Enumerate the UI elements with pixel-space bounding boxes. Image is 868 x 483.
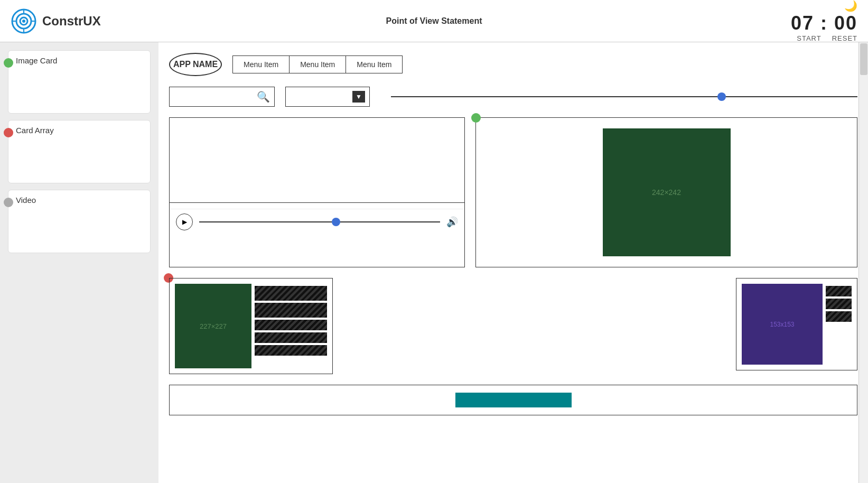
- nav-menu: Menu Item Menu Item Menu Item: [232, 55, 403, 73]
- app-name-badge: APP NAME: [169, 53, 222, 76]
- text-stripe-r2: [826, 299, 852, 309]
- video-progress-slider[interactable]: [199, 221, 440, 222]
- dropdown-arrow-icon: ▼: [352, 91, 365, 103]
- text-stripe-3: [255, 320, 327, 330]
- green-dot-canvas: [471, 113, 481, 123]
- controls-row: 🔍 ▼: [169, 87, 857, 107]
- nav-menu-item-3[interactable]: Menu Item: [346, 56, 402, 73]
- sidebar-dot-video: [4, 198, 13, 207]
- text-stripe-5: [255, 345, 327, 356]
- search-icon: 🔍: [257, 90, 270, 103]
- image-card-large: 242×242: [475, 117, 857, 267]
- text-stripe-r3: [826, 311, 852, 322]
- text-stripe-2: [255, 303, 327, 318]
- text-stripe-r1: [826, 286, 852, 296]
- sidebar-item-card-array[interactable]: Card Array: [8, 120, 151, 183]
- video-screen: [170, 118, 464, 202]
- video-area: ▶ 🔊 242×242: [169, 117, 857, 267]
- card-array-medium-right: 153x153: [736, 278, 857, 370]
- header: ConstrUX Point of View Statement 🌙 07 : …: [0, 0, 868, 42]
- image-size-label: 242×242: [652, 188, 681, 197]
- scrollbar[interactable]: [858, 42, 868, 483]
- card-image-purple: 153x153: [742, 284, 823, 365]
- scrollbar-thumb[interactable]: [860, 43, 867, 75]
- volume-icon[interactable]: 🔊: [446, 216, 458, 228]
- start-button[interactable]: START: [797, 34, 821, 42]
- sidebar-item-video[interactable]: Video: [8, 190, 151, 253]
- app-title: ConstrUX: [42, 14, 101, 29]
- sidebar-item-image-card[interactable]: Image Card: [8, 50, 151, 114]
- play-button[interactable]: ▶: [176, 213, 193, 230]
- timer-display: 07 : 00: [791, 12, 857, 34]
- app-nav-bar: APP NAME Menu Item Menu Item Menu Item: [169, 53, 857, 76]
- canvas-inner: APP NAME Menu Item Menu Item Menu Item 🔍…: [158, 42, 868, 483]
- reset-button[interactable]: RESET: [832, 34, 857, 42]
- video-timeline: [170, 202, 464, 209]
- card-size-label-medium: 153x153: [770, 321, 794, 328]
- timer-icon: 🌙: [844, 0, 857, 12]
- sidebar-label-video: Video: [16, 196, 36, 205]
- card-image-green: 227×227: [175, 284, 251, 368]
- slider-track: [391, 96, 857, 97]
- card-size-label-small: 227×227: [200, 322, 227, 330]
- card-array-small-left: 227×227: [169, 278, 333, 374]
- svg-point-3: [22, 20, 25, 23]
- card-array-row: 227×227 153x153: [169, 278, 857, 374]
- image-placeholder-large: 242×242: [603, 128, 731, 256]
- timer-area: 🌙 07 : 00 START RESET: [791, 0, 857, 42]
- sidebar-dot-image-card: [4, 58, 13, 68]
- video-slider-thumb[interactable]: [332, 218, 340, 226]
- bottom-bar: [169, 385, 857, 415]
- text-stripe-1: [255, 286, 327, 301]
- video-player: ▶ 🔊: [169, 117, 465, 267]
- sidebar-label-image-card: Image Card: [16, 56, 57, 65]
- sidebar: Image Card Card Array Video: [0, 42, 158, 483]
- sidebar-dot-card-array: [4, 128, 13, 137]
- nav-menu-item-1[interactable]: Menu Item: [233, 56, 290, 73]
- nav-menu-item-2[interactable]: Menu Item: [290, 56, 346, 73]
- logo-icon: [11, 8, 37, 34]
- text-stripe-4: [255, 332, 327, 343]
- timer-controls: START RESET: [797, 34, 857, 42]
- video-controls: ▶ 🔊: [170, 209, 464, 235]
- dropdown-box[interactable]: ▼: [285, 87, 370, 107]
- main-canvas: APP NAME Menu Item Menu Item Menu Item 🔍…: [158, 42, 868, 483]
- top-slider[interactable]: [391, 96, 857, 97]
- slider-thumb[interactable]: [717, 92, 726, 101]
- card-text-content-right: [826, 284, 852, 365]
- card-text-content-left: [255, 284, 327, 368]
- teal-bar-element: [455, 393, 572, 407]
- sidebar-label-card-array: Card Array: [16, 126, 54, 135]
- page-title: Point of View Statement: [386, 16, 482, 26]
- logo-area: ConstrUX: [11, 8, 101, 34]
- search-box[interactable]: 🔍: [169, 87, 275, 107]
